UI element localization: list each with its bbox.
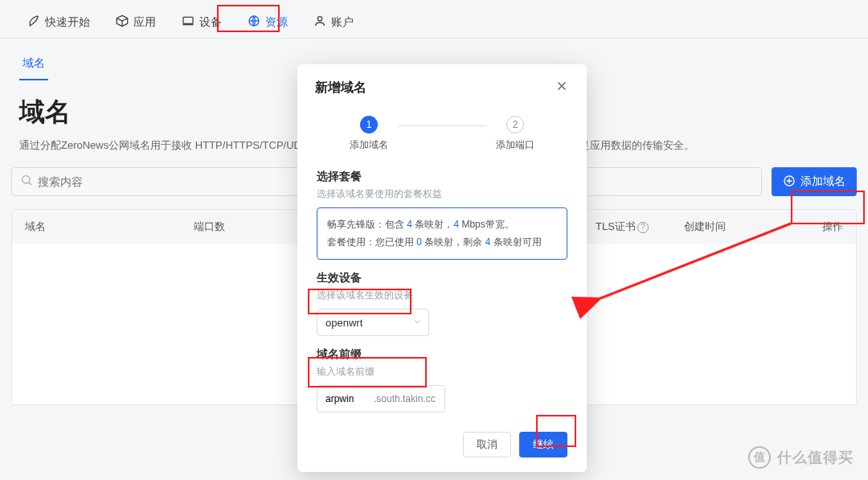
plan-box[interactable]: 畅享先锋版：包含 4 条映射，4 Mbps带宽。 套餐使用：您已使用 0 条映射…: [317, 207, 567, 260]
device-title: 生效设备: [317, 271, 567, 285]
prefix-input[interactable]: [317, 393, 374, 404]
device-value: openwrt: [326, 317, 362, 329]
close-icon[interactable]: [555, 79, 569, 96]
step-2: 2 添加端口: [496, 116, 534, 152]
prefix-input-row: .south.takin.cc: [317, 385, 445, 412]
step-dot-1: 1: [360, 116, 378, 133]
watermark: 值 什么值得买: [748, 446, 854, 469]
step-dot-2: 2: [506, 116, 524, 133]
continue-button[interactable]: 继续: [519, 432, 567, 457]
prefix-suffix: .south.takin.cc: [374, 393, 436, 404]
prefix-title: 域名前缀: [317, 347, 567, 362]
chevron-down-icon: [412, 317, 422, 329]
add-domain-modal: 新增域名 1 添加域名 2 添加端口 选择套餐 选择该域名要使用的套餐权益 畅享…: [297, 64, 587, 472]
step-1: 1 添加域名: [350, 116, 388, 152]
modal-title: 新增域名: [315, 80, 366, 96]
watermark-text: 什么值得买: [777, 448, 854, 467]
cancel-button[interactable]: 取消: [463, 432, 511, 457]
prefix-sub: 输入域名前缀: [317, 365, 567, 379]
device-sub: 选择该域名生效的设备: [317, 289, 567, 302]
device-select[interactable]: openwrt: [317, 309, 429, 336]
watermark-icon: 值: [748, 446, 771, 469]
plan-sub: 选择该域名要使用的套餐权益: [317, 187, 567, 201]
plan-title: 选择套餐: [317, 170, 567, 184]
stepper: 1 添加域名 2 添加端口: [297, 103, 587, 160]
step-line: [398, 125, 486, 126]
